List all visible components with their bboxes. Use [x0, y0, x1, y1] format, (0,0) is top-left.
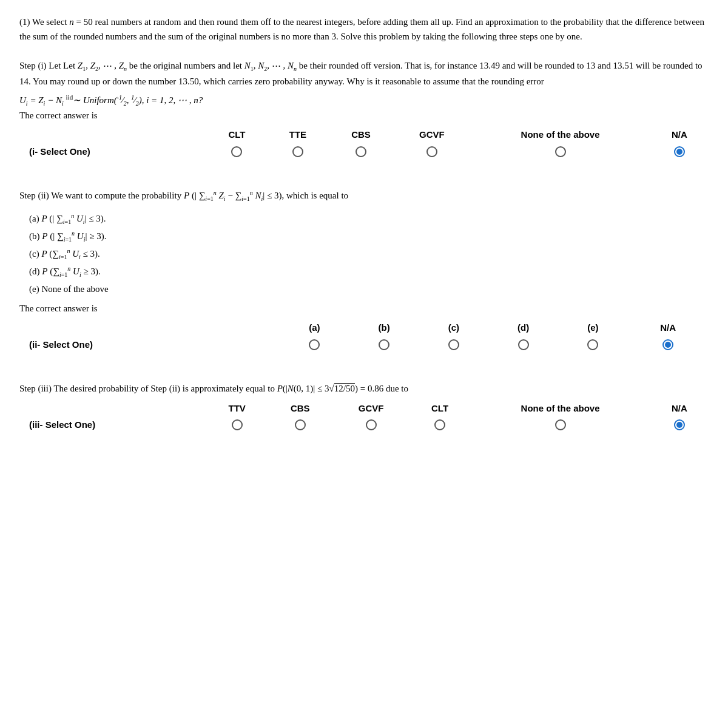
radio-ii-0[interactable] — [309, 339, 320, 350]
step-ii-col-header-empty — [19, 320, 280, 335]
radio-iii-2[interactable] — [366, 419, 377, 430]
step-i-col-clt: CLT — [206, 127, 267, 142]
step-i-radio-none[interactable] — [470, 142, 650, 161]
step-ii-option-b: (b) P (| ∑i=1n Ui| ≥ 3). — [29, 228, 709, 245]
step-ii-radio-na[interactable] — [627, 335, 709, 354]
step-ii-col-na: N/A — [627, 320, 709, 335]
radio-ii-2[interactable] — [448, 339, 459, 350]
step-i-col-na: N/A — [650, 127, 709, 142]
question-intro: (1) We select n = 50 real numbers at ran… — [19, 15, 709, 44]
step-i-radio-tte[interactable] — [268, 142, 329, 161]
step-iii-col-header-empty — [19, 401, 206, 416]
step-iii-section: Step (iii) The desired probability of St… — [19, 381, 709, 435]
step-ii-col-a: (a) — [280, 320, 349, 335]
step-ii-radio-d[interactable] — [488, 335, 559, 354]
step-i-radio-cbs[interactable] — [328, 142, 393, 161]
radio-i-3[interactable] — [426, 146, 437, 157]
step-ii-radio-b[interactable] — [349, 335, 419, 354]
step-iii-col-gcvf: GCVF — [332, 401, 410, 416]
step-iii-col-cbs: CBS — [268, 401, 332, 416]
step-ii-row: (ii- Select One) — [19, 335, 709, 354]
step-ii-option-d: (d) P (∑i=1n Ui ≥ 3). — [29, 263, 709, 280]
step-i-formula: Ui = Zi − Ni iid∼ Uniform(-1⁄2, 1⁄2), i … — [19, 93, 709, 107]
radio-i-0[interactable] — [231, 146, 242, 157]
radio-iii-4[interactable] — [555, 419, 566, 430]
divider-1 — [19, 175, 709, 176]
step-ii-col-d: (d) — [488, 320, 559, 335]
step-ii-row-label: (ii- Select One) — [19, 335, 280, 354]
step-ii-col-c: (c) — [419, 320, 488, 335]
radio-i-5[interactable] — [674, 146, 685, 157]
step-ii-radio-e[interactable] — [559, 335, 628, 354]
radio-ii-4[interactable] — [587, 339, 598, 350]
step-ii-table: (a) (b) (c) (d) (e) N/A (ii- Select One) — [19, 320, 709, 354]
step-ii-section: Step (ii) We want to compute the probabi… — [19, 188, 709, 354]
radio-ii-1[interactable] — [379, 339, 389, 350]
step-iii-table: TTV CBS GCVF CLT None of the above N/A (… — [19, 401, 709, 435]
radio-iii-5[interactable] — [674, 419, 685, 430]
question-section: (1) We select n = 50 real numbers at ran… — [19, 15, 709, 44]
step-ii-option-c: (c) P (∑i=1n Ui ≤ 3). — [29, 245, 709, 263]
step-i-radio-na[interactable] — [650, 142, 709, 161]
correct-answer-label-i: The correct answer is — [19, 110, 709, 121]
radio-i-4[interactable] — [555, 146, 566, 157]
step-iii-intro: Step (iii) The desired probability of St… — [19, 381, 709, 396]
step-i-row-label: (i- Select One) — [19, 142, 206, 161]
radio-iii-0[interactable] — [232, 419, 243, 430]
step-iii-row-label: (iii- Select One) — [19, 416, 206, 435]
step-i-col-cbs: CBS — [328, 127, 393, 142]
step-i-col-gcvf: GCVF — [394, 127, 471, 142]
step-i-section: Step (i) Let Let Z1, Z2, ⋯ , Zn be the o… — [19, 58, 709, 161]
divider-2 — [19, 368, 709, 369]
radio-ii-3[interactable] — [518, 339, 529, 350]
step-iii-radio-cbs[interactable] — [268, 416, 332, 435]
step-iii-col-na: N/A — [650, 401, 709, 416]
step-i-col-tte: TTE — [268, 127, 329, 142]
radio-i-2[interactable] — [356, 146, 366, 157]
step-ii-radio-c[interactable] — [419, 335, 488, 354]
correct-answer-label-ii: The correct answer is — [19, 303, 709, 314]
step-i-text: Step (i) Let Let Z1, Z2, ⋯ , Zn be the o… — [19, 58, 709, 89]
step-ii-intro: Step (ii) We want to compute the probabi… — [19, 188, 709, 204]
step-ii-option-a: (a) P (| ∑i=1n Ui| ≤ 3). — [29, 210, 709, 228]
step-i-row: (i- Select One) — [19, 142, 709, 161]
step-ii-radio-a[interactable] — [280, 335, 349, 354]
step-ii-option-e: (e) None of the above — [29, 280, 709, 298]
step-i-col-none: None of the above — [470, 127, 650, 142]
step-iii-row: (iii- Select One) — [19, 416, 709, 435]
step-iii-radio-none[interactable] — [470, 416, 650, 435]
step-i-table: CLT TTE CBS GCVF None of the above N/A (… — [19, 127, 709, 161]
step-i-radio-gcvf[interactable] — [394, 142, 471, 161]
step-iii-radio-na[interactable] — [650, 416, 709, 435]
radio-iii-1[interactable] — [295, 419, 306, 430]
step-iii-col-none: None of the above — [470, 401, 650, 416]
radio-iii-3[interactable] — [434, 419, 445, 430]
step-i-radio-clt[interactable] — [206, 142, 267, 161]
step-ii-col-e: (e) — [559, 320, 628, 335]
step-iii-radio-gcvf[interactable] — [332, 416, 410, 435]
step-iii-col-ttv: TTV — [206, 401, 268, 416]
step-ii-col-b: (b) — [349, 320, 419, 335]
step-i-col-header-empty — [19, 127, 206, 142]
step-iii-col-clt: CLT — [410, 401, 470, 416]
step-iii-radio-clt[interactable] — [410, 416, 470, 435]
radio-i-1[interactable] — [292, 146, 303, 157]
step-ii-options: (a) P (| ∑i=1n Ui| ≤ 3). (b) P (| ∑i=1n … — [29, 210, 709, 298]
radio-ii-5[interactable] — [662, 339, 673, 350]
step-iii-radio-ttv[interactable] — [206, 416, 268, 435]
